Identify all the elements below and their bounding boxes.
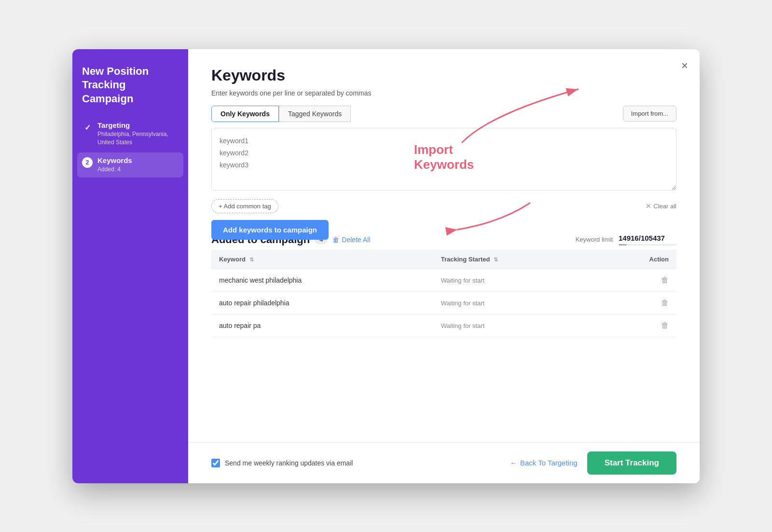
keyword-cell: auto repair philadelphia [211, 291, 433, 314]
content-area: Keywords Enter keywords one per line or … [188, 49, 700, 442]
table-row: auto repair pa Waiting for start 🗑 [211, 314, 676, 337]
back-label: Back To Targeting [520, 459, 578, 467]
clear-all-label: Clear all [653, 203, 676, 210]
table-header: Keyword ⇅ Tracking Started ⇅ Action [211, 250, 676, 269]
import-button[interactable]: Import from... [623, 106, 676, 122]
table-row: auto repair philadelphia Waiting for sta… [211, 291, 676, 314]
delete-all-button[interactable]: 🗑 Delete All [332, 236, 370, 244]
added-section: Added to campaign 4 🗑 Delete All Keyword… [211, 233, 676, 337]
keyword-filter-icon[interactable]: ⇅ [249, 257, 254, 263]
add-campaign-button[interactable]: Add keywords to campaign [211, 220, 329, 240]
tracking-filter-icon[interactable]: ⇅ [494, 257, 498, 263]
tab-only-keywords[interactable]: Only Keywords [211, 106, 279, 122]
sidebar-title: New Position Tracking Campaign [82, 65, 179, 106]
sidebar-step-keywords[interactable]: 2 Keywords Added: 4 [77, 152, 183, 177]
sidebar-step-targeting[interactable]: ✓ Targeting Philadelphia, Pennsylvania, … [82, 121, 179, 147]
page-title: Keywords [211, 67, 676, 84]
action-cell: 🗑 [597, 314, 676, 337]
step-sub-keywords: Added: 4 [97, 165, 132, 174]
keyword-cell: mechanic west philadelphia [211, 269, 433, 291]
status-cell: Waiting for start [433, 314, 597, 337]
step-label-keywords: Keywords [97, 156, 132, 164]
keywords-table: Keyword ⇅ Tracking Started ⇅ Action [211, 250, 676, 337]
main-content: × Keywords Enter keywords one per line o… [188, 49, 700, 483]
table-row: mechanic west philadelphia Waiting for s… [211, 269, 676, 291]
table-body: mechanic west philadelphia Waiting for s… [211, 269, 676, 337]
col-keyword: Keyword ⇅ [211, 250, 433, 269]
limit-label: Keyword limit [576, 236, 613, 243]
back-button[interactable]: ← Back To Targeting [510, 459, 578, 467]
footer-area: Send me weekly ranking updates via email… [188, 442, 700, 483]
keyword-textarea[interactable] [211, 128, 676, 191]
back-arrow-icon: ← [510, 459, 517, 467]
status-cell: Waiting for start [433, 269, 597, 291]
step-number-keywords: 2 [82, 157, 93, 168]
add-tag-button[interactable]: + Add common tag [211, 199, 278, 213]
limit-value: 14916/105437 [619, 234, 676, 242]
start-tracking-button[interactable]: Start Tracking [587, 451, 676, 475]
tracking-arrow-wrapper: ← Back To Targeting [510, 459, 578, 467]
clear-all-button[interactable]: ✕ Clear all [646, 202, 676, 210]
delete-row-button[interactable]: 🗑 [661, 276, 669, 285]
close-button[interactable]: × [681, 59, 688, 72]
delete-row-button[interactable]: 🗑 [661, 299, 669, 307]
sidebar: New Position Tracking Campaign ✓ Targeti… [72, 49, 188, 483]
delete-all-label: Delete All [342, 236, 370, 244]
col-action: Action [597, 250, 676, 269]
modal: New Position Tracking Campaign ✓ Targeti… [72, 49, 700, 483]
delete-row-button[interactable]: 🗑 [661, 321, 669, 330]
sidebar-steps: ✓ Targeting Philadelphia, Pennsylvania, … [82, 121, 179, 173]
step-sub-targeting: Philadelphia, Pennsylvania, United State… [97, 130, 179, 147]
keyword-cell: auto repair pa [211, 314, 433, 337]
keyword-limit-row: Keyword limit 14916/105437 [576, 234, 676, 246]
keyword-input-area: ImportKeywords [211, 128, 676, 192]
clear-all-icon: ✕ [646, 202, 651, 210]
footer-buttons: ← Back To Targeting Start Tracking [510, 451, 676, 475]
email-label: Send me weekly ranking updates via email [225, 459, 353, 467]
action-cell: 🗑 [597, 269, 676, 291]
step-label-targeting: Targeting [97, 121, 179, 129]
page-subtitle: Enter keywords one per line or separated… [211, 89, 676, 97]
email-check-row: Send me weekly ranking updates via email [211, 459, 353, 467]
trash-icon: 🗑 [332, 236, 339, 244]
action-cell: 🗑 [597, 291, 676, 314]
tabs-import-row: Only Keywords Tagged Keywords Import fro… [211, 106, 676, 122]
limit-bar-fill [619, 244, 627, 246]
limit-bar [619, 244, 676, 246]
email-checkbox[interactable] [211, 459, 220, 467]
tag-row: + Add common tag ✕ Clear all [211, 199, 676, 213]
step-check-targeting: ✓ [82, 122, 93, 133]
tab-tagged-keywords[interactable]: Tagged Keywords [279, 106, 351, 122]
col-tracking-started: Tracking Started ⇅ [433, 250, 597, 269]
status-cell: Waiting for start [433, 291, 597, 314]
